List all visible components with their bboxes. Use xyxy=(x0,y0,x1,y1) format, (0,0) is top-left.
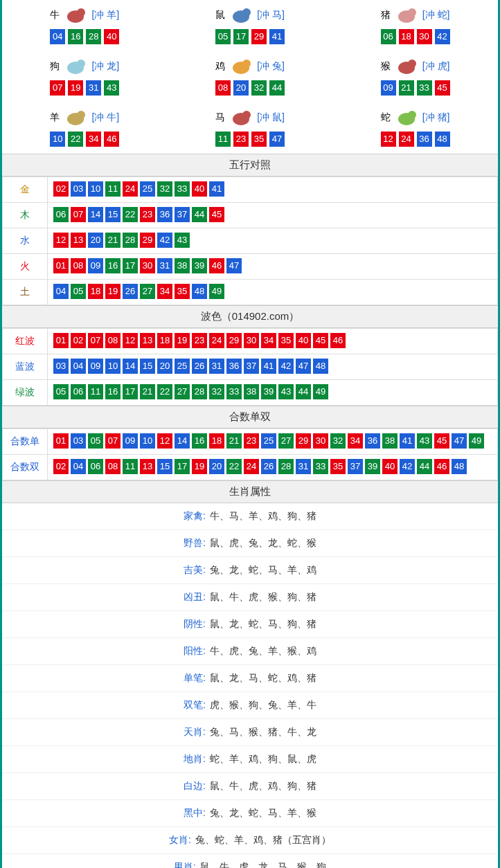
table-row: 水1213202128294243 xyxy=(3,228,498,254)
table-row: 木06071415222336374445 xyxy=(3,203,498,228)
row-balls: 0102070812131819232429303435404546 xyxy=(48,329,498,354)
number-ball: 29 xyxy=(140,233,155,248)
svg-point-1 xyxy=(77,8,85,17)
row-balls: 1213202128294243 xyxy=(48,228,498,254)
number-ball: 28 xyxy=(86,29,101,44)
number-ball: 27 xyxy=(278,433,294,449)
number-ball: 40 xyxy=(104,29,119,44)
row-balls: 03040910141520252631363741424748 xyxy=(48,354,498,380)
zodiac-clash: [冲 虎] xyxy=(422,60,450,73)
row-label: 水 xyxy=(3,228,48,254)
number-ball: 37 xyxy=(244,359,259,374)
number-ball: 38 xyxy=(382,433,398,449)
zodiac-balls: 09213345 xyxy=(332,80,498,96)
number-ball: 16 xyxy=(105,258,120,273)
table-row: 土04051819262734354849 xyxy=(3,280,498,305)
svg-point-7 xyxy=(77,60,85,68)
zodiac-cell: 狗[冲 龙]07193143 xyxy=(2,51,168,102)
number-ball: 35 xyxy=(278,333,294,348)
number-ball: 19 xyxy=(105,284,120,299)
number-ball: 09 xyxy=(381,80,396,96)
number-ball: 45 xyxy=(434,433,449,449)
zodiac-icon xyxy=(228,6,254,25)
number-ball: 22 xyxy=(68,132,83,147)
number-ball: 04 xyxy=(71,359,86,374)
table-row: 合数双0204060811131517192022242628313335373… xyxy=(3,455,498,480)
zodiac-balls: 10223446 xyxy=(2,132,168,147)
number-ball: 38 xyxy=(175,258,190,273)
number-ball: 39 xyxy=(365,459,380,474)
number-ball: 42 xyxy=(435,29,450,44)
number-ball: 45 xyxy=(209,207,224,222)
table-row: 蓝波03040910141520252631363741424748 xyxy=(3,354,498,380)
zodiac-grid: 牛[冲 羊]04162840鼠[冲 马]05172941猪[冲 蛇]061830… xyxy=(2,0,498,154)
zodiac-icon xyxy=(228,108,254,127)
number-ball: 30 xyxy=(140,258,155,273)
number-ball: 16 xyxy=(192,433,207,449)
number-ball: 12 xyxy=(123,333,138,348)
number-ball: 48 xyxy=(452,459,467,474)
number-ball: 33 xyxy=(226,384,242,399)
number-ball: 35 xyxy=(175,284,190,299)
attr-key: 双笔: xyxy=(184,699,206,710)
number-ball: 14 xyxy=(88,207,103,222)
number-ball: 46 xyxy=(209,258,224,273)
attr-value: 兔、蛇、羊、鸡、猪（五宫肖） xyxy=(195,834,331,845)
attr-row: 凶丑:鼠、牛、虎、猴、狗、猪 xyxy=(2,584,498,611)
number-ball: 43 xyxy=(278,384,294,399)
zodiac-name: 猪 xyxy=(381,9,391,21)
number-ball: 21 xyxy=(399,80,414,96)
zodiac-cell: 蛇[冲 猪]12243648 xyxy=(332,102,498,154)
number-ball: 24 xyxy=(209,333,224,348)
number-ball: 26 xyxy=(261,459,276,474)
number-ball: 41 xyxy=(209,181,224,197)
zodiac-name: 羊 xyxy=(50,111,60,124)
row-balls: 0103050709101214161821232527293032343638… xyxy=(48,429,498,455)
number-ball: 04 xyxy=(50,29,65,44)
wuxing-table: 金02031011242532334041木060714152223363744… xyxy=(2,177,498,305)
zodiac-name: 蛇 xyxy=(381,111,391,124)
zodiac-cell: 猴[冲 虎]09213345 xyxy=(332,51,498,102)
zodiac-name: 狗 xyxy=(50,60,60,73)
number-ball: 17 xyxy=(233,29,249,44)
attr-value: 鼠、牛、虎、猴、狗、猪 xyxy=(210,591,316,602)
number-ball: 48 xyxy=(435,132,450,147)
svg-point-9 xyxy=(242,60,251,68)
number-ball: 49 xyxy=(469,433,484,449)
row-label: 红波 xyxy=(3,329,48,354)
number-ball: 21 xyxy=(140,384,155,399)
zodiac-clash: [冲 马] xyxy=(257,9,285,21)
number-ball: 15 xyxy=(140,359,155,374)
number-ball: 21 xyxy=(226,433,242,449)
number-ball: 07 xyxy=(88,333,103,348)
zodiac-name: 鼠 xyxy=(215,9,225,21)
number-ball: 36 xyxy=(226,359,242,374)
row-label: 木 xyxy=(3,203,48,228)
number-ball: 19 xyxy=(68,80,83,96)
table-row: 火0108091617303138394647 xyxy=(3,254,498,280)
row-balls: 02031011242532334041 xyxy=(48,177,498,203)
number-ball: 11 xyxy=(123,459,138,474)
number-ball: 40 xyxy=(192,181,207,197)
number-ball: 03 xyxy=(71,181,86,197)
number-ball: 03 xyxy=(53,359,69,374)
number-ball: 48 xyxy=(313,359,328,374)
attr-key: 阴性: xyxy=(184,618,206,629)
row-label: 土 xyxy=(3,280,48,305)
number-ball: 34 xyxy=(348,433,363,449)
number-ball: 19 xyxy=(175,333,190,348)
number-ball: 29 xyxy=(251,29,267,44)
number-ball: 24 xyxy=(123,181,138,197)
zodiac-cell: 牛[冲 羊]04162840 xyxy=(2,0,168,51)
number-ball: 41 xyxy=(261,359,276,374)
number-ball: 22 xyxy=(157,384,172,399)
zodiac-clash: [冲 猪] xyxy=(422,111,450,124)
zodiac-icon xyxy=(393,6,420,25)
attr-row: 黑中:兔、龙、蛇、马、羊、猴 xyxy=(2,800,498,827)
attr-row: 双笔:虎、猴、狗、兔、羊、牛 xyxy=(2,692,498,719)
number-ball: 07 xyxy=(71,207,86,222)
number-ball: 33 xyxy=(313,459,328,474)
number-ball: 01 xyxy=(53,433,69,449)
table-row: 红波0102070812131819232429303435404546 xyxy=(3,329,498,354)
number-ball: 31 xyxy=(157,258,172,273)
